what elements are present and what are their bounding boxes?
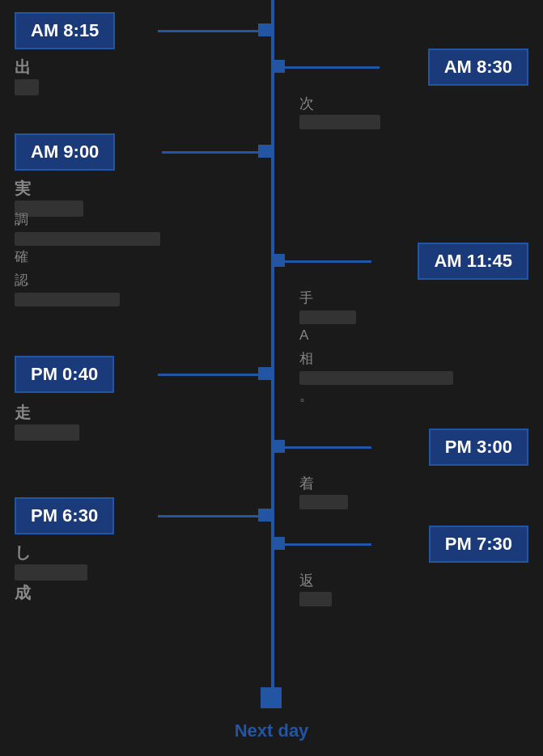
connector-pm300 (274, 446, 371, 449)
desc-pm730: 返 (299, 570, 332, 606)
connector-pm040 (158, 374, 265, 376)
timeline-end-marker (261, 687, 282, 708)
event-badge-pm730: PM 7:30 (429, 526, 528, 563)
desc-pm300: 着 (299, 473, 348, 509)
event-badge-am1145: AM 11:45 (418, 243, 528, 280)
dot-am830 (272, 60, 285, 73)
dot-am1145 (272, 254, 285, 267)
desc-am815: 出 (15, 55, 39, 95)
connector-pm730 (274, 543, 371, 546)
connector-pm630 (158, 515, 265, 517)
desc-am1145: 手A 相。 (299, 287, 453, 408)
event-badge-am815: AM 8:15 (15, 12, 115, 49)
connector-am830 (274, 66, 380, 69)
event-badge-pm300: PM 3:00 (429, 429, 528, 466)
dot-pm730 (272, 537, 285, 550)
desc-am900-note: 調確 認 (15, 209, 160, 306)
event-badge-am900: AM 9:00 (15, 133, 115, 171)
dot-pm040 (258, 367, 271, 380)
dot-am815 (258, 23, 271, 36)
timeline-center-line (271, 0, 274, 703)
event-badge-pm630: PM 6:30 (15, 497, 114, 534)
event-badge-am830: AM 8:30 (428, 49, 528, 86)
desc-am830: 次 (299, 93, 380, 129)
desc-pm040: 走 (15, 400, 79, 441)
desc-pm630: し成 (15, 540, 87, 605)
dot-pm300 (272, 440, 285, 453)
connector-am1145 (274, 260, 371, 263)
dot-am900 (258, 145, 271, 158)
timeline-container: AM 8:15 出 AM 8:30 次 AM 9:00 実 調確 認 AM 11… (0, 0, 543, 756)
next-day-label: Next day (235, 720, 309, 741)
connector-am900 (162, 151, 265, 154)
connector-am815 (158, 30, 265, 32)
dot-pm630 (258, 509, 271, 522)
event-badge-pm040: PM 0:40 (15, 356, 114, 393)
